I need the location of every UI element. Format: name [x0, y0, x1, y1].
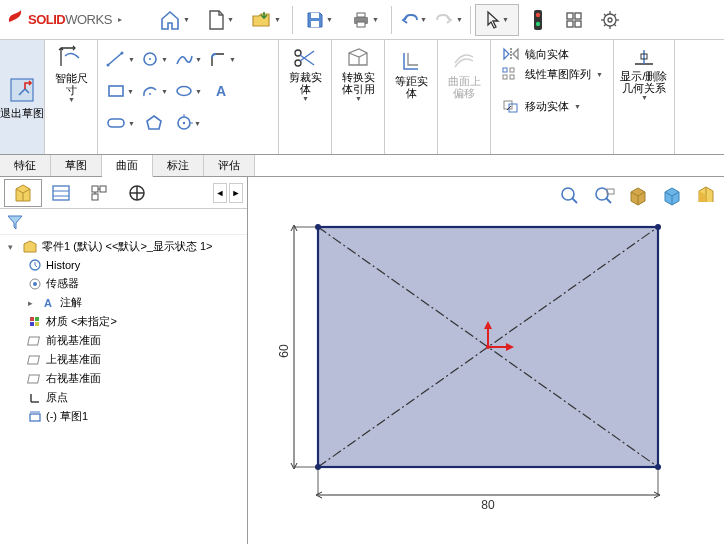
rectangle-tool[interactable]: ▼ — [104, 76, 136, 106]
tab-features[interactable]: 特征 — [0, 155, 51, 176]
svg-rect-48 — [509, 104, 517, 112]
exit-sketch-button[interactable]: 退出草图 — [0, 40, 44, 154]
tree-annotations[interactable]: ▸A注解 — [0, 293, 247, 312]
convert-button[interactable]: 转换实体引用▼ — [338, 44, 378, 104]
traffic-light-icon[interactable] — [521, 4, 555, 36]
point-tool[interactable]: ▼ — [172, 108, 204, 138]
svg-marker-33 — [147, 116, 161, 129]
settings-button[interactable] — [593, 4, 627, 36]
filter-icon[interactable] — [6, 213, 24, 231]
svg-rect-28 — [109, 86, 123, 96]
svg-line-18 — [604, 14, 606, 16]
svg-rect-70 — [35, 322, 39, 326]
svg-rect-11 — [575, 21, 581, 27]
expand-icon[interactable]: ▸ — [28, 298, 38, 308]
save-button[interactable]: ▼ — [297, 4, 341, 36]
svg-point-25 — [121, 52, 124, 55]
svg-rect-52 — [53, 186, 69, 200]
svg-rect-8 — [567, 13, 573, 19]
arc-tool[interactable]: ▼ — [138, 76, 170, 106]
tab-evaluate[interactable]: 评估 — [204, 155, 255, 176]
tree-item-label: 右视基准面 — [46, 371, 101, 386]
svg-rect-44 — [510, 68, 514, 72]
select-button[interactable]: ▼ — [475, 4, 519, 36]
svg-rect-47 — [504, 101, 512, 109]
tree-front-plane[interactable]: 前视基准面 — [0, 331, 247, 350]
tree-sketch1[interactable]: (-) 草图1 — [0, 407, 247, 426]
config-tab[interactable] — [80, 179, 118, 207]
tree-material[interactable]: 材质 <未指定> — [0, 312, 247, 331]
tree-root[interactable]: ▾ 零件1 (默认) <<默认>_显示状态 1> — [0, 237, 247, 256]
zoom-area-button[interactable] — [590, 183, 618, 207]
tree-right-plane[interactable]: 右视基准面 — [0, 369, 247, 388]
convert-label: 转换实体引用 — [338, 71, 378, 95]
undo-button[interactable]: ▼ — [396, 4, 430, 36]
smart-dimension-button[interactable]: 智能尺寸 ▼ — [51, 44, 91, 104]
new-button[interactable]: ▼ — [198, 4, 242, 36]
dimension-width[interactable]: 80 — [316, 469, 660, 512]
svg-rect-69 — [30, 322, 34, 326]
svg-rect-10 — [567, 21, 573, 27]
slot-tool[interactable]: ▼ — [104, 108, 136, 138]
svg-line-79 — [572, 198, 577, 203]
svg-line-19 — [614, 24, 616, 26]
svg-line-23 — [108, 53, 122, 65]
tree-item-label: 原点 — [46, 390, 68, 405]
brand-dropdown-icon[interactable]: ▸ — [118, 15, 122, 24]
print-button[interactable]: ▼ — [343, 4, 387, 36]
offset-button[interactable]: 等距实体 — [391, 44, 431, 104]
move-button[interactable]: 移动实体▼ — [497, 96, 585, 116]
svg-point-88 — [655, 224, 661, 230]
section-view-button[interactable] — [692, 183, 720, 207]
tab-annotate[interactable]: 标注 — [153, 155, 204, 176]
nav-right[interactable]: ► — [229, 183, 243, 203]
view-orientation-button[interactable] — [624, 183, 652, 207]
trim-button[interactable]: 剪裁实体▼ — [285, 44, 325, 104]
svg-text:60: 60 — [277, 344, 291, 358]
svg-point-93 — [486, 345, 490, 349]
options-button[interactable] — [557, 4, 591, 36]
display-label: 显示/删除几何关系 — [620, 70, 668, 94]
mirror-button[interactable]: 镜向实体 — [497, 44, 573, 64]
property-tab[interactable] — [42, 179, 80, 207]
display-relations-button[interactable]: 显示/删除几何关系▼ — [620, 44, 668, 104]
expand-icon[interactable]: ▾ — [8, 242, 18, 252]
feature-tree-tab[interactable] — [4, 179, 42, 207]
dimxpert-tab[interactable] — [118, 179, 156, 207]
curve-offset-label: 曲面上偏移 — [444, 75, 484, 99]
graphics-viewport[interactable]: 60 80 — [248, 177, 724, 544]
svg-line-20 — [604, 24, 606, 26]
svg-rect-71 — [28, 337, 40, 345]
sketch-canvas[interactable]: 60 80 — [268, 217, 708, 527]
text-tool[interactable]: A — [206, 76, 238, 106]
tree-item-label: 注解 — [60, 295, 82, 310]
redo-button[interactable]: ▼ — [432, 4, 466, 36]
pattern-button[interactable]: 线性草图阵列▼ — [497, 64, 607, 84]
svg-rect-55 — [92, 186, 98, 192]
tab-surface[interactable]: 曲面 — [102, 155, 153, 177]
spline-tool[interactable]: ▼ — [172, 44, 204, 74]
display-style-button[interactable] — [658, 183, 686, 207]
curve-offset-button: 曲面上偏移 — [444, 44, 484, 104]
tree-history[interactable]: History — [0, 256, 247, 274]
open-button[interactable]: ▼ — [244, 4, 288, 36]
tab-sketch[interactable]: 草图 — [51, 155, 102, 176]
home-button[interactable]: ▼ — [152, 4, 196, 36]
polygon-tool[interactable] — [138, 108, 170, 138]
dimension-height[interactable]: 60 — [277, 225, 316, 469]
fillet-tool[interactable]: ▼ — [206, 44, 238, 74]
offset-label: 等距实体 — [391, 75, 431, 99]
nav-left[interactable]: ◄ — [213, 183, 227, 203]
svg-rect-46 — [510, 75, 514, 79]
ellipse-tool[interactable]: ▼ — [172, 76, 204, 106]
tree-sensors[interactable]: 传感器 — [0, 274, 247, 293]
line-tool[interactable]: ▼ — [104, 44, 136, 74]
tree-origin[interactable]: 原点 — [0, 388, 247, 407]
svg-point-35 — [183, 122, 185, 124]
tree-top-plane[interactable]: 上视基准面 — [0, 350, 247, 369]
svg-point-27 — [149, 58, 151, 60]
circle-tool[interactable]: ▼ — [138, 44, 170, 74]
zoom-fit-button[interactable] — [556, 183, 584, 207]
svg-line-81 — [606, 198, 611, 203]
svg-text:A: A — [216, 83, 226, 99]
